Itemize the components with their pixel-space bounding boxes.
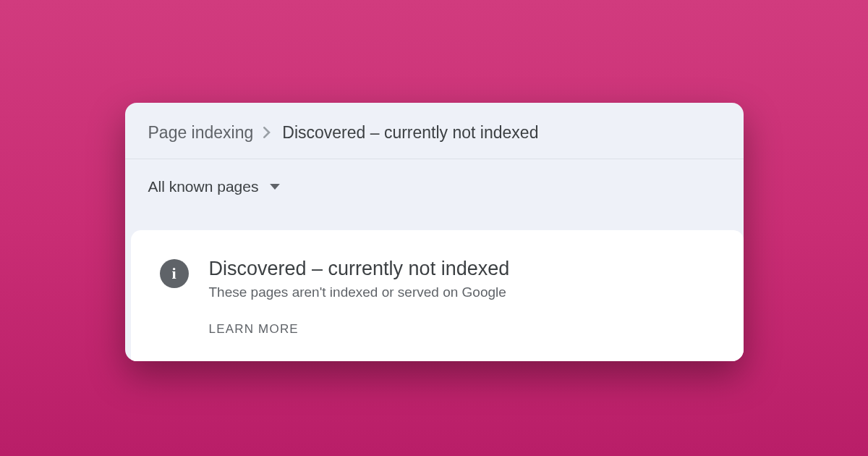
indexing-panel: Page indexing Discovered – currently not… [125, 103, 744, 361]
breadcrumb: Page indexing Discovered – currently not… [125, 103, 744, 159]
status-title: Discovered – currently not indexed [209, 258, 510, 280]
status-card: i Discovered – currently not indexed The… [131, 230, 744, 361]
caret-down-icon [270, 184, 280, 190]
chevron-right-icon [263, 127, 272, 138]
breadcrumb-parent-link[interactable]: Page indexing [148, 123, 254, 143]
learn-more-link[interactable]: LEARN MORE [209, 322, 510, 337]
filter-selected-label: All known pages [148, 178, 259, 195]
status-subtitle: These pages aren't indexed or served on … [209, 284, 510, 300]
status-card-content: Discovered – currently not indexed These… [209, 258, 510, 337]
breadcrumb-current: Discovered – currently not indexed [282, 123, 538, 143]
filter-dropdown[interactable]: All known pages [125, 159, 744, 230]
info-icon: i [160, 259, 189, 288]
